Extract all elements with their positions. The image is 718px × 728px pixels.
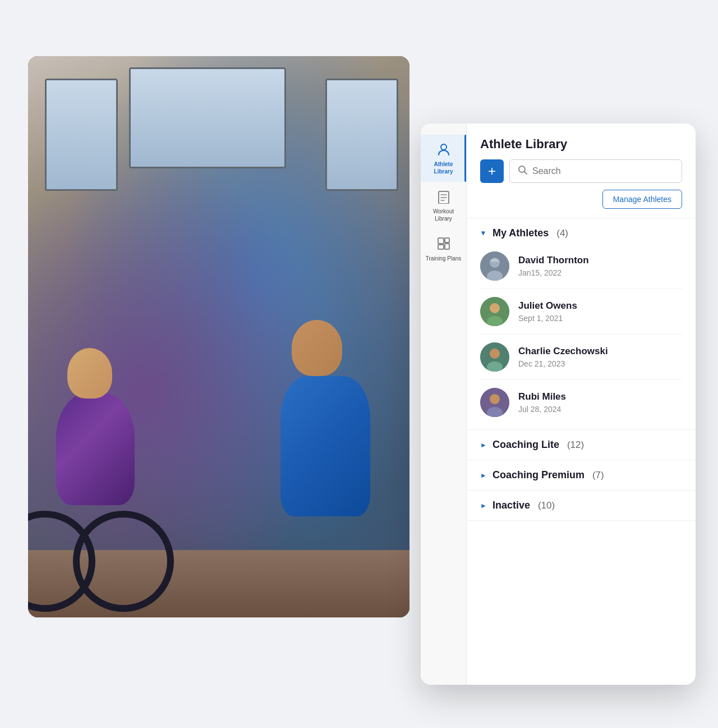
- header-actions: +: [480, 159, 682, 183]
- sidebar-item-athlete-library[interactable]: Athlete Library: [421, 135, 466, 182]
- athlete-name-david: David Thornton: [518, 255, 589, 266]
- inactive-count: (10): [538, 500, 555, 511]
- photo-background: [28, 56, 409, 617]
- athlete-name-juliet: Juliet Owens: [518, 300, 577, 312]
- athlete-date-charlie: Dec 21, 2023: [518, 359, 608, 368]
- athlete-item-charlie[interactable]: Charlie Czechowski Dec 21, 2023: [480, 335, 682, 380]
- athlete-name-rubi: Rubi Miles: [518, 391, 566, 402]
- sidebar-item-training-plans[interactable]: Training Plans: [421, 229, 466, 269]
- inactive-section[interactable]: ► Inactive (10): [467, 491, 696, 521]
- my-athletes-title: My Athletes: [493, 227, 549, 239]
- svg-point-17: [490, 394, 500, 404]
- athlete-info-charlie: Charlie Czechowski Dec 21, 2023: [518, 346, 608, 368]
- coaching-premium-section[interactable]: ► Coaching Premium (7): [467, 460, 696, 491]
- page-title: Athlete Library: [480, 137, 682, 152]
- manage-athletes-button[interactable]: Manage Athletes: [602, 190, 682, 209]
- cyclist-person: [39, 337, 185, 617]
- sidebar: Athlete Library Workout Library: [421, 123, 467, 685]
- svg-rect-5: [445, 244, 449, 249]
- app-panel: Athlete Library Workout Library: [421, 123, 696, 685]
- athlete-library-icon: [436, 141, 452, 157]
- avatar-img-charlie: [480, 342, 509, 372]
- search-input[interactable]: [532, 166, 674, 176]
- my-athletes-header[interactable]: ► My Athletes (4): [467, 218, 696, 244]
- wheel-front: [73, 511, 174, 612]
- cyclist-jersey: [56, 393, 135, 505]
- athlete-item-rubi[interactable]: Rubi Miles Jul 28, 2024: [480, 380, 682, 425]
- athlete-item-david[interactable]: David Thornton Jan15, 2022: [480, 244, 682, 289]
- athlete-info-rubi: Rubi Miles Jul 28, 2024: [518, 391, 566, 414]
- inactive-title: Inactive: [493, 500, 530, 511]
- sidebar-item-training-label: Training Plans: [426, 255, 462, 262]
- window-right: [325, 79, 398, 191]
- coach-shirt: [280, 376, 370, 516]
- coaching-premium-chevron: ►: [480, 471, 487, 479]
- active-indicator: [464, 135, 466, 182]
- window-center: [129, 67, 286, 168]
- sidebar-item-athlete-label: Athlete Library: [425, 161, 462, 175]
- athlete-info-juliet: Juliet Owens Sept 1, 2021: [518, 300, 577, 323]
- my-athletes-chevron: ►: [480, 230, 487, 237]
- inactive-chevron: ►: [480, 502, 487, 510]
- main-content: Athlete Library + Manage Athletes: [467, 123, 696, 685]
- coach-person: [275, 281, 409, 617]
- coaching-lite-chevron: ►: [480, 441, 487, 449]
- athlete-date-rubi: Jul 28, 2024: [518, 405, 566, 414]
- athlete-date-juliet: Sept 1, 2021: [518, 314, 577, 323]
- sections-container: ► My Athletes (4): [467, 218, 696, 685]
- svg-point-11: [490, 303, 500, 313]
- avatar-img-juliet: [480, 297, 509, 326]
- coaching-lite-count: (12): [567, 439, 584, 451]
- coaching-lite-title: Coaching Lite: [493, 439, 559, 451]
- my-athletes-section: ► My Athletes (4): [467, 218, 696, 430]
- search-box: [509, 159, 682, 183]
- cyclist-head: [67, 348, 112, 399]
- search-icon: [518, 165, 528, 178]
- workout-library-icon: [436, 189, 452, 204]
- svg-point-14: [490, 349, 500, 359]
- coaching-lite-section[interactable]: ► Coaching Lite (12): [467, 430, 696, 460]
- svg-rect-3: [438, 245, 444, 249]
- sidebar-item-workout-library[interactable]: Workout Library: [421, 182, 466, 229]
- avatar-david: [480, 251, 509, 281]
- avatar-charlie: [480, 342, 509, 372]
- coaching-premium-title: Coaching Premium: [493, 469, 584, 481]
- add-athlete-button[interactable]: +: [480, 159, 504, 183]
- sidebar-item-workout-label: Workout Library: [425, 208, 462, 222]
- athletes-list: David Thornton Jan15, 2022: [467, 244, 696, 429]
- svg-rect-4: [445, 238, 449, 242]
- athlete-date-david: Jan15, 2022: [518, 268, 589, 277]
- svg-point-0: [441, 144, 447, 150]
- my-athletes-count: (4): [556, 228, 568, 239]
- avatar-img-david: [480, 251, 509, 281]
- athlete-item-juliet[interactable]: Juliet Owens Sept 1, 2021: [480, 289, 682, 335]
- coach-head: [292, 320, 342, 376]
- athlete-info-david: David Thornton Jan15, 2022: [518, 255, 589, 277]
- avatar-juliet: [480, 297, 509, 326]
- avatar-rubi: [480, 388, 509, 417]
- athlete-name-charlie: Charlie Czechowski: [518, 346, 608, 357]
- window-left: [45, 79, 118, 191]
- coaching-premium-count: (7): [592, 470, 604, 481]
- avatar-img-rubi: [480, 388, 509, 417]
- training-plans-icon: [436, 236, 452, 251]
- svg-rect-2: [438, 238, 444, 244]
- panel-header: Athlete Library + Manage Athletes: [467, 123, 696, 218]
